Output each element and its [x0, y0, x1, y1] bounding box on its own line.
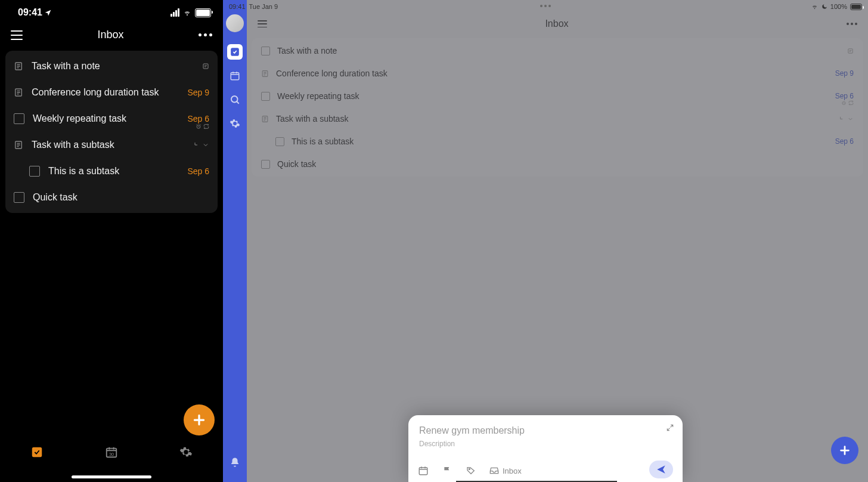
more-button[interactable] [199, 33, 212, 36]
date-button[interactable] [418, 465, 429, 476]
task-title: Weekly repeating task [277, 91, 835, 101]
task-row[interactable]: Task with a note [252, 39, 863, 62]
svg-text:30: 30 [109, 452, 114, 457]
svg-point-10 [231, 96, 238, 103]
priority-button[interactable] [442, 465, 452, 476]
task-row[interactable]: Conference long duration task Sep 9 [5, 79, 218, 106]
quickadd-panel: Inbox [408, 415, 683, 482]
chevron-down-icon[interactable] [202, 141, 209, 149]
ipad-battery-pct: 100% [830, 3, 847, 10]
task-title-input[interactable] [418, 425, 675, 437]
multitasking-indicator[interactable] [540, 5, 551, 7]
svg-point-16 [469, 468, 470, 469]
repeat-icon [848, 100, 854, 106]
add-task-button[interactable] [831, 437, 858, 464]
task-row[interactable]: Task with a note [5, 53, 218, 79]
checkbox[interactable] [29, 166, 40, 177]
task-title: This is a subtask [48, 166, 187, 177]
cellular-icon [170, 8, 179, 17]
checkbox[interactable] [261, 160, 270, 169]
sidebar-search[interactable] [227, 92, 243, 107]
inbox-icon [489, 466, 499, 475]
ipad-task-list: Task with a note Conference long duratio… [252, 38, 863, 177]
calendar-icon: 30 [105, 446, 118, 459]
task-title: Task with a note [32, 61, 202, 72]
sidebar-notifications[interactable] [227, 455, 243, 470]
wifi-icon [182, 9, 192, 16]
home-indicator[interactable] [72, 475, 151, 478]
task-date: Sep 9 [835, 69, 854, 78]
task-date: Sep 6 [835, 137, 854, 146]
task-row[interactable]: Quick task [252, 153, 863, 175]
location-icon [44, 9, 52, 17]
checkbox[interactable] [14, 192, 24, 203]
flag-icon [442, 466, 452, 475]
subtask-icon [838, 116, 845, 122]
note-icon [261, 70, 269, 78]
task-title: Quick task [277, 159, 854, 169]
search-icon [230, 94, 240, 105]
battery-icon [195, 8, 211, 17]
task-row[interactable]: Task with a subtask [252, 107, 863, 130]
task-title: Task with a subtask [276, 114, 838, 123]
task-date: Sep 9 [187, 88, 209, 97]
phone-statusbar: 09:41 [0, 0, 223, 21]
calendar-icon [418, 465, 429, 476]
sidebar-settings[interactable] [227, 116, 243, 131]
alarm-icon [841, 100, 847, 106]
task-title: Weekly repeating task [33, 113, 187, 124]
avatar[interactable] [226, 14, 244, 32]
task-row[interactable]: This is a subtask Sep 6 [252, 130, 863, 153]
tab-calendar[interactable]: 30 [104, 444, 119, 460]
repeat-icon [203, 123, 209, 129]
note-icon [14, 61, 23, 71]
checkmark-box-icon [230, 47, 240, 57]
checkbox[interactable] [261, 47, 270, 55]
gear-icon [179, 446, 193, 459]
gear-icon [230, 118, 240, 129]
expand-button[interactable] [666, 424, 674, 434]
add-task-button[interactable] [184, 404, 215, 435]
battery-icon [850, 4, 862, 10]
send-button[interactable] [649, 461, 673, 478]
plus-icon [191, 412, 207, 428]
checkbox[interactable] [261, 92, 270, 101]
task-row[interactable]: Task with a subtask [5, 132, 218, 158]
task-row[interactable]: Weekly repeating task Sep 6 [252, 85, 863, 107]
task-title: Conference long duration task [32, 87, 187, 98]
ipad-sidebar [223, 0, 247, 482]
task-title: Task with a subtask [32, 140, 193, 150]
task-row[interactable]: This is a subtask Sep 6 [5, 158, 218, 184]
tab-tasks[interactable] [29, 444, 45, 460]
chevron-down-icon[interactable] [847, 116, 854, 122]
task-title: Quick task [33, 192, 209, 203]
task-row[interactable]: Quick task [5, 184, 218, 211]
bell-icon [230, 457, 240, 468]
alarm-icon [196, 123, 202, 129]
sidebar-tasks[interactable] [227, 44, 243, 60]
task-row[interactable]: Weekly repeating task Sep 6 [5, 106, 218, 132]
svg-rect-5 [32, 447, 42, 458]
note-icon [14, 140, 23, 150]
task-row[interactable]: Conference long duration task Sep 9 [252, 62, 863, 85]
svg-rect-9 [231, 73, 239, 80]
menu-button[interactable] [258, 20, 267, 27]
ipad-time: 09:41 [229, 3, 246, 10]
phone-time: 09:41 [18, 7, 42, 18]
ipad-title: Inbox [267, 18, 847, 29]
list-selector[interactable]: Inbox [489, 466, 522, 475]
note-icon [261, 115, 269, 123]
phone-header: Inbox [0, 21, 223, 48]
svg-rect-15 [419, 468, 427, 475]
sidebar-calendar[interactable] [227, 68, 243, 84]
task-title: Conference long duration task [276, 69, 835, 78]
menu-button[interactable] [11, 30, 23, 40]
task-date: Sep 6 [187, 114, 209, 123]
task-description-input[interactable] [418, 439, 675, 449]
checkbox[interactable] [14, 113, 24, 124]
more-button[interactable] [847, 23, 857, 25]
checkbox[interactable] [275, 137, 284, 146]
task-date: Sep 6 [187, 166, 209, 176]
tag-button[interactable] [466, 465, 476, 476]
tab-settings[interactable] [178, 444, 194, 460]
